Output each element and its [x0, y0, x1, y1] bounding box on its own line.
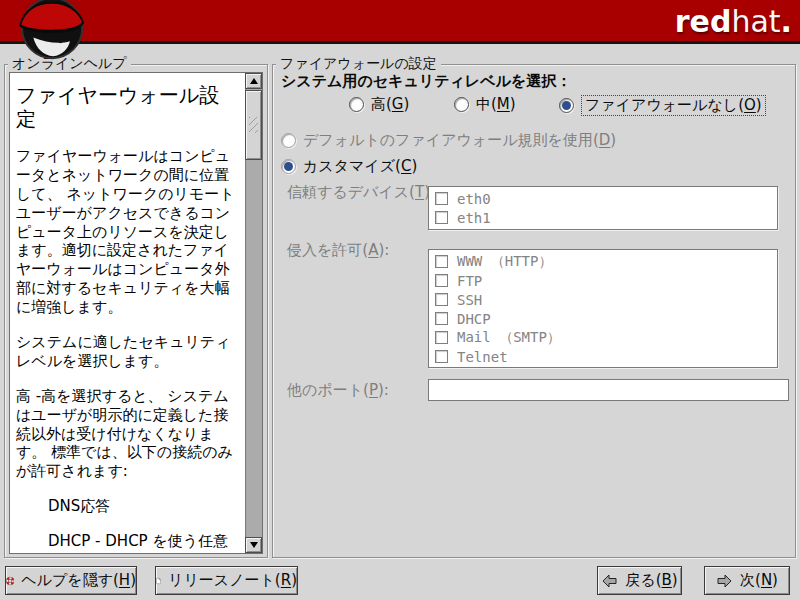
service-label: WWW （HTTP）	[457, 253, 552, 271]
redhat-wordmark: redhat.	[675, 3, 792, 41]
checkbox-icon[interactable]	[435, 274, 448, 287]
redhat-shadowman-logo-icon	[6, 0, 102, 62]
other-ports-label: 他のポート(P):	[287, 381, 389, 400]
trusted-devices-label: 信頼するデバイス(T):	[287, 183, 435, 202]
hide-help-label: ヘルプを隠す(H)	[21, 571, 136, 590]
scrollbar-thumb[interactable]	[245, 90, 262, 160]
scroll-down-button[interactable]	[245, 537, 262, 553]
radio-icon[interactable]	[454, 97, 469, 112]
service-label: Mail （SMTP）	[457, 329, 561, 347]
hide-help-button[interactable]: ヘルプを隠す(H)	[5, 566, 137, 595]
radio-medium-label: 中(M)	[476, 95, 516, 114]
help-paragraph: システムに適したセキュリティレベルを選択します。	[16, 333, 240, 371]
back-label: 戻る(B)	[625, 571, 677, 590]
device-label: eth1	[457, 210, 491, 226]
list-item-ssh[interactable]: SSH	[435, 290, 777, 309]
next-label: 次(N)	[740, 571, 778, 590]
service-label: SSH	[457, 292, 482, 308]
radio-high[interactable]: 高(G)	[349, 95, 409, 114]
help-title: ファイヤーウォール設定	[16, 83, 224, 131]
firewall-config-panel: ファイアウォールの設定 システム用のセキュリティレベルを選択： 高(G) 中(M…	[272, 64, 796, 558]
list-item-ftp[interactable]: FTP	[435, 271, 777, 290]
checkbox-icon[interactable]	[435, 192, 448, 205]
checkbox-icon[interactable]	[435, 331, 448, 344]
checkbox-icon[interactable]	[435, 293, 448, 306]
radio-default-rules[interactable]: デフォルトのファイアウォール規則を使用(D)	[281, 131, 616, 150]
radio-selected-icon[interactable]	[281, 159, 296, 174]
other-ports-input[interactable]	[428, 379, 789, 401]
help-list-item: DHCP - DHCP を使う任意のネットワークインタフェースを適切に設定されま…	[24, 532, 240, 553]
arrow-up-icon	[250, 78, 258, 84]
checkbox-icon[interactable]	[435, 211, 448, 224]
installer-window: redhat. オンラインヘルプ ファイヤーウォール設定 ファイヤーウォールはコ…	[0, 0, 800, 600]
online-help-panel: オンラインヘルプ ファイヤーウォール設定 ファイヤーウォールはコンピュータとネッ…	[4, 64, 268, 558]
list-item-www[interactable]: WWW （HTTP）	[435, 252, 777, 271]
service-label: FTP	[457, 273, 482, 289]
scroll-up-button[interactable]	[245, 73, 262, 89]
list-item-dhcp[interactable]: DHCP	[435, 309, 777, 328]
help-scrollbar[interactable]	[245, 73, 262, 553]
list-item-eth1[interactable]: eth1	[435, 208, 777, 227]
header-divider	[0, 41, 800, 44]
checkbox-icon[interactable]	[435, 255, 448, 268]
document-icon	[156, 571, 161, 591]
help-paragraph: 高 -高を選択すると、 システムはユーザが明示的に定義した接続以外は受け付けなく…	[16, 387, 240, 481]
help-list-item: DNS応答	[24, 497, 240, 516]
security-level-label: システム用のセキュリティレベルを選択：	[281, 72, 571, 91]
arrow-left-icon	[601, 573, 618, 589]
help-paragraph: ファイヤーウォールはコンピュータとネットワークの間に位置して、 ネットワークのリ…	[16, 147, 240, 317]
help-text: ファイヤーウォール設定 ファイヤーウォールはコンピュータとネットワークの間に位置…	[16, 75, 240, 553]
device-label: eth0	[457, 191, 491, 207]
allow-incoming-list[interactable]: WWW （HTTP） FTP SSH DHCP Mail （SMTP） Teln…	[428, 249, 778, 368]
radio-customize[interactable]: カスタマイズ(C)	[281, 157, 417, 176]
radio-customize-label: カスタマイズ(C)	[303, 157, 417, 176]
allow-incoming-label: 侵入を許可(A):	[287, 241, 389, 260]
list-item-eth0[interactable]: eth0	[435, 189, 777, 208]
radio-no-firewall-label: ファイアウォールなし(O)	[581, 95, 766, 116]
radio-icon[interactable]	[281, 133, 296, 148]
radio-no-firewall[interactable]: ファイアウォールなし(O)	[559, 95, 766, 116]
service-label: DHCP	[457, 311, 491, 327]
help-content-area: ファイヤーウォール設定 ファイヤーウォールはコンピュータとネットワークの間に位置…	[9, 72, 263, 554]
radio-icon[interactable]	[349, 97, 364, 112]
radio-selected-icon[interactable]	[559, 98, 574, 113]
arrow-down-icon	[250, 542, 258, 548]
release-notes-button[interactable]: リリースノート(R)	[155, 566, 298, 595]
service-label: Telnet	[457, 349, 508, 365]
release-notes-label: リリースノート(R)	[168, 571, 297, 590]
next-button[interactable]: 次(N)	[704, 566, 790, 595]
firewall-config-legend: ファイアウォールの設定	[276, 55, 441, 73]
checkbox-icon[interactable]	[435, 350, 448, 363]
radio-medium[interactable]: 中(M)	[454, 95, 516, 114]
list-item-mail[interactable]: Mail （SMTP）	[435, 328, 777, 347]
scrollbar-grip-icon	[249, 117, 258, 133]
list-item-telnet[interactable]: Telnet	[435, 347, 777, 366]
arrow-right-icon	[716, 573, 733, 589]
back-button[interactable]: 戻る(B)	[597, 566, 682, 595]
radio-default-rules-label: デフォルトのファイアウォール規則を使用(D)	[303, 131, 616, 150]
trusted-devices-list[interactable]: eth0 eth1	[428, 186, 778, 230]
lifebuoy-icon	[6, 571, 14, 591]
checkbox-icon[interactable]	[435, 312, 448, 325]
radio-high-label: 高(G)	[371, 95, 409, 114]
